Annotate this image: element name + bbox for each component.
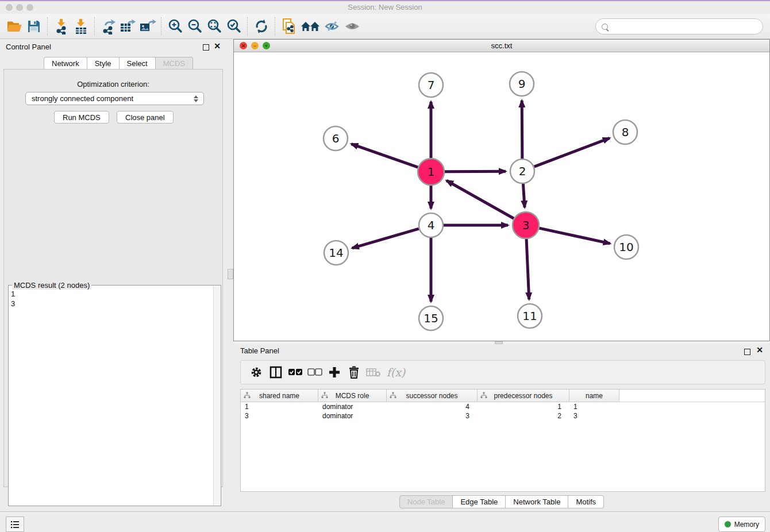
cell-name[interactable]: 1	[569, 402, 619, 411]
eye-button[interactable]	[342, 17, 362, 36]
cell-name[interactable]: 3	[569, 411, 619, 421]
table-row-1[interactable]: 1dominator411	[241, 402, 765, 411]
float-panel-icon[interactable]	[203, 44, 209, 51]
edge-2-8[interactable]	[534, 138, 610, 167]
control-panel-title: Control Panel	[6, 43, 51, 51]
cell-shared-name[interactable]: 1	[241, 402, 318, 411]
edge-1-6[interactable]	[351, 144, 418, 168]
cell-predecessor-nodes[interactable]: 2	[478, 411, 569, 421]
edge-3-1[interactable]	[446, 180, 514, 218]
search-input[interactable]	[613, 22, 757, 32]
export-image-button[interactable]	[138, 17, 157, 36]
zoom-fit-button[interactable]	[205, 17, 224, 36]
graph-node-6[interactable]: 6	[324, 126, 348, 151]
network-window-titlebar: ✕ − + scc.txt	[234, 40, 769, 52]
cell-successor-nodes[interactable]: 3	[387, 411, 478, 421]
refresh-button[interactable]	[252, 17, 271, 36]
run-mcds-button[interactable]: Run MCDS	[54, 111, 109, 124]
graph-node-7[interactable]: 7	[419, 73, 443, 97]
application-window: Session: New Session	[0, 0, 770, 532]
graph-node-10[interactable]: 10	[614, 235, 638, 259]
close-panel-button[interactable]: Close panel	[117, 111, 174, 124]
network-graph-canvas[interactable]: 7968124314101511	[234, 52, 769, 341]
column-header-predecessor-nodes[interactable]: predecessor nodes	[478, 390, 569, 402]
table-options-button[interactable]	[247, 363, 266, 381]
import-table-icon	[74, 18, 88, 34]
cell-mcds-role[interactable]: dominator	[318, 402, 387, 411]
edge-2-3[interactable]	[523, 184, 525, 207]
import-network-button[interactable]	[52, 17, 71, 36]
graph-node-1[interactable]: 1	[418, 159, 444, 185]
graph-node-11[interactable]: 11	[518, 304, 542, 328]
memory-button[interactable]: Memory	[718, 516, 765, 532]
export-table-button[interactable]	[118, 17, 138, 36]
result-scrollbar[interactable]	[213, 286, 220, 505]
gear-icon	[249, 365, 263, 379]
edge-1-2[interactable]	[445, 171, 506, 172]
cell-predecessor-nodes[interactable]: 1	[478, 402, 569, 411]
import-table-button[interactable]	[71, 17, 91, 36]
show-task-history-button[interactable]	[6, 516, 24, 532]
eye-slash-button[interactable]	[323, 17, 342, 36]
deselect-all-button[interactable]	[305, 363, 325, 381]
graph-node-15[interactable]: 15	[419, 306, 443, 330]
clone-network-button[interactable]	[279, 17, 299, 36]
node-label-6: 6	[332, 132, 340, 145]
control-panel: Control Panel ✕ NetworkStyleSelectMCDS O…	[0, 39, 226, 511]
cell-successor-nodes[interactable]: 4	[387, 402, 478, 411]
tab-network[interactable]: Network	[44, 57, 87, 70]
save-session-button[interactable]	[24, 17, 44, 36]
edge-3-10[interactable]	[539, 228, 610, 244]
edge-4-14[interactable]	[352, 229, 419, 248]
tab-select[interactable]: Select	[120, 57, 156, 70]
zoom-in-button[interactable]	[165, 17, 185, 36]
export-network-button[interactable]	[99, 17, 118, 36]
graph-node-4[interactable]: 4	[419, 213, 443, 237]
tab-edge-table[interactable]: Edge Table	[453, 495, 506, 508]
node-label-2: 2	[519, 164, 526, 178]
splitter-handle[interactable]	[228, 269, 233, 279]
column-label: MCDS role	[336, 392, 369, 400]
delete-column-button[interactable]	[344, 363, 364, 381]
tab-style[interactable]: Style	[87, 57, 120, 70]
toolbar-separator	[47, 17, 48, 36]
window-title: Session: New Session	[0, 3, 770, 11]
vertical-splitter[interactable]	[226, 39, 233, 511]
double-home-button[interactable]	[299, 17, 323, 36]
cell-shared-name[interactable]: 3	[241, 411, 318, 421]
optimization-criterion-select[interactable]: strongly connected component	[25, 92, 204, 105]
column-type-icon	[480, 392, 487, 399]
table-header-row: shared nameMCDS rolesuccessor nodesprede…	[241, 390, 765, 402]
column-header-successor-nodes[interactable]: successor nodes	[387, 390, 478, 402]
create-column-button[interactable]	[325, 363, 344, 381]
zoom-out-button[interactable]	[185, 17, 205, 36]
column-header-mcds-role[interactable]: MCDS role	[318, 390, 387, 402]
toolbar-separator	[94, 17, 95, 36]
column-header-shared-name[interactable]: shared name	[241, 390, 318, 402]
graph-node-8[interactable]: 8	[613, 120, 637, 144]
fx-icon: f(x)	[387, 366, 406, 379]
float-panel-icon[interactable]	[744, 349, 750, 355]
select-all-button[interactable]	[286, 363, 305, 381]
open-session-button[interactable]	[5, 17, 24, 36]
graph-node-9[interactable]: 9	[510, 72, 534, 96]
close-panel-icon[interactable]: ✕	[214, 41, 221, 51]
node-label-7: 7	[428, 78, 435, 92]
graph-node-2[interactable]: 2	[510, 159, 534, 183]
tab-node-table[interactable]: Node Table	[399, 495, 453, 508]
table-row-2[interactable]: 3dominator323	[241, 411, 765, 421]
zoom-fit-icon	[206, 18, 222, 34]
graph-node-3[interactable]: 3	[513, 212, 539, 238]
tab-motifs[interactable]: Motifs	[568, 495, 604, 508]
graph-node-14[interactable]: 14	[324, 241, 348, 265]
table-panel: Table Panel ✕	[233, 344, 770, 511]
tab-network-table[interactable]: Network Table	[506, 495, 568, 508]
tab-mcds[interactable]: MCDS	[156, 57, 193, 70]
show-column-panel-button[interactable]	[266, 363, 286, 381]
zoom-selected-button[interactable]	[224, 17, 244, 36]
edge-3-11[interactable]	[526, 239, 529, 299]
cell-mcds-role[interactable]: dominator	[318, 411, 387, 421]
close-panel-icon[interactable]: ✕	[756, 345, 763, 354]
column-header-name[interactable]: name	[569, 390, 619, 402]
edge-2-9[interactable]	[522, 101, 522, 159]
